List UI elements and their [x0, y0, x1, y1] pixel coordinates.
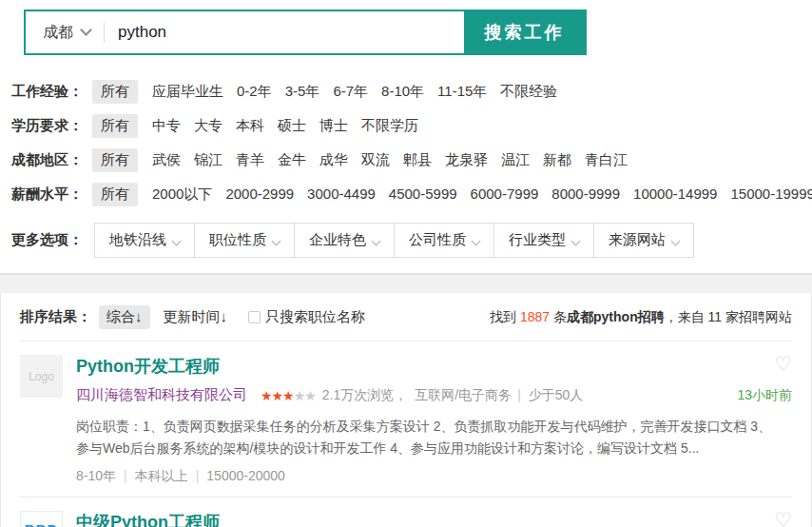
company-link[interactable]: 四川海德智和科技有限公司	[76, 386, 247, 404]
title-only-filter: 只搜索职位名称	[248, 308, 365, 326]
filter-option[interactable]: 大专	[194, 117, 222, 133]
filter-label: 成都地区：	[11, 151, 83, 169]
filter-option[interactable]: 博士	[319, 117, 348, 133]
chevron-down-icon	[80, 24, 92, 36]
filter-option[interactable]: 4500-5999	[389, 185, 457, 202]
filter-dropdown[interactable]: 企业特色	[295, 224, 395, 257]
filter-option[interactable]: 0-2年	[237, 83, 272, 99]
filter-label: 薪酬水平：	[11, 185, 83, 204]
filter-dropdown[interactable]: 公司性质	[395, 224, 494, 257]
filter-option[interactable]: 成华	[319, 151, 348, 167]
filter-option[interactable]: 6-7年	[333, 83, 368, 99]
filter-row-education: 学历要求： 所有 中专大专本科硕士博士不限学历	[11, 114, 812, 138]
more-options-label: 更多选项：	[11, 231, 83, 249]
chevron-down-icon	[671, 237, 681, 246]
search-section: 成都 搜索工作	[0, 0, 812, 55]
filter-dropdown[interactable]: 行业类型	[494, 224, 594, 257]
chevron-down-icon	[272, 237, 281, 246]
company-logo: Logo	[20, 355, 63, 398]
filter-option[interactable]: 2000以下	[152, 185, 212, 202]
chevron-down-icon	[571, 237, 581, 246]
city-selector-label: 成都	[43, 23, 73, 43]
more-options-row: 更多选项： 地铁沿线 职位性质 企业特色 公司性质 行业类型 来源网站	[0, 217, 812, 258]
favorite-heart-icon[interactable]: ♡	[774, 511, 792, 527]
filter-option[interactable]: 双流	[361, 151, 390, 167]
filter-option[interactable]: 中专	[152, 117, 181, 133]
filter-option[interactable]: 2000-2999	[225, 185, 294, 202]
filter-row-experience: 工作经验： 所有 应届毕业生0-2年3-5年6-7年8-10年11-15年不限经…	[11, 80, 812, 104]
company-logo: BBD	[20, 511, 63, 527]
chevron-down-icon	[372, 237, 381, 246]
job-title-link[interactable]: 中级Python工程师	[76, 511, 220, 527]
filter-label: 工作经验：	[11, 83, 83, 101]
filter-option[interactable]: 不限学历	[361, 117, 418, 133]
result-stats: 找到 1887 条成都python招聘，来自 11 家招聘网站	[490, 309, 792, 326]
section-divider-band	[0, 273, 812, 293]
filter-option[interactable]: 青羊	[236, 151, 264, 167]
filter-dropdown[interactable]: 职位性质	[195, 224, 295, 257]
search-keyword: 成都python招聘	[567, 309, 665, 324]
filter-option[interactable]: 不限经验	[500, 83, 557, 99]
requirement-item: 本科以上	[116, 468, 188, 483]
results-panel: 排序结果： 综合↓ 更新时间↓ 只搜索职位名称 找到 1887 条成都pytho…	[0, 293, 812, 527]
filter-option[interactable]: 应届毕业生	[152, 83, 223, 99]
job-description: 岗位职责：1、负责网页数据采集任务的分析及采集方案设计 2、负责抓取功能开发与代…	[76, 416, 792, 459]
filter-option[interactable]: 本科	[236, 117, 264, 133]
filter-selected-option[interactable]: 所有	[92, 183, 138, 206]
filter-selected-option[interactable]: 所有	[92, 80, 138, 104]
title-only-checkbox[interactable]	[248, 311, 261, 323]
sort-label: 排序结果：	[20, 308, 91, 326]
chevron-down-icon	[472, 237, 481, 246]
filter-option[interactable]: 锦江	[194, 151, 222, 167]
requirement-item: 8-10年	[76, 468, 116, 483]
filter-option[interactable]: 硕士	[278, 117, 306, 133]
filter-option[interactable]: 武侯	[152, 151, 181, 167]
filter-row-district: 成都地区： 所有 武侯锦江青羊金牛成华双流郫县龙泉驿温江新都青白江	[11, 148, 812, 172]
filter-option[interactable]: 6000-7999	[471, 185, 539, 202]
filter-option[interactable]: 温江	[501, 151, 530, 167]
posted-time: 13小时前	[737, 387, 792, 404]
filters-panel: 工作经验： 所有 应届毕业生0-2年3-5年6-7年8-10年11-15年不限经…	[0, 55, 812, 206]
sort-update-time-button[interactable]: 更新时间↓	[164, 308, 228, 326]
filter-option[interactable]: 青白江	[585, 151, 628, 167]
filter-option[interactable]: 龙泉驿	[445, 151, 488, 167]
filter-option[interactable]: 8000-9999	[551, 185, 620, 202]
filter-selected-option[interactable]: 所有	[92, 148, 138, 172]
view-count: 2.1万次浏览，	[322, 387, 407, 404]
job-title-link[interactable]: Python开发工程师	[76, 355, 220, 378]
title-only-label: 只搜索职位名称	[265, 308, 365, 326]
filter-selected-option[interactable]: 所有	[92, 114, 138, 138]
filter-option[interactable]: 金牛	[278, 151, 306, 167]
filter-option[interactable]: 8-10年	[381, 83, 424, 99]
filter-option[interactable]: 3000-4499	[307, 185, 376, 202]
sort-comprehensive-button[interactable]: 综合↓	[99, 305, 150, 329]
filter-option[interactable]: 11-15年	[437, 83, 487, 99]
filter-row-salary: 薪酬水平： 所有 2000以下2000-29993000-44994500-59…	[11, 183, 812, 206]
favorite-heart-icon[interactable]: ♡	[774, 355, 792, 374]
filter-dropdown[interactable]: 地铁沿线	[95, 224, 195, 257]
sort-row: 排序结果： 综合↓ 更新时间↓ 只搜索职位名称 找到 1887 条成都pytho…	[1, 293, 811, 341]
rating-stars: ★★★★★	[261, 388, 316, 403]
requirement-item: 15000-20000	[188, 468, 285, 483]
filter-dropdown[interactable]: 来源网站	[594, 224, 693, 257]
filter-option[interactable]: 3-5年	[285, 83, 320, 99]
filter-label: 学历要求：	[11, 117, 83, 135]
job-listing[interactable]: BBD 中级Python工程师 ♡ 成都数联铭品科技有限公司 ★★★★★ 1.8…	[1, 498, 811, 527]
search-button[interactable]: 搜索工作	[464, 11, 585, 53]
filter-option[interactable]: 郫县	[403, 151, 432, 167]
job-requirements: 8-10年本科以上15000-20000	[76, 468, 792, 485]
company-size: 少于50人	[512, 387, 583, 404]
filter-option[interactable]: 10000-14999	[633, 185, 717, 202]
filter-option[interactable]: 新都	[543, 151, 571, 167]
result-count: 1887	[520, 309, 550, 324]
filter-option[interactable]: 15000-19999	[730, 185, 812, 202]
industry-label: 互联网/电子商务	[415, 387, 512, 404]
city-selector[interactable]: 成都	[26, 11, 104, 53]
job-listing[interactable]: Logo Python开发工程师 ♡ 四川海德智和科技有限公司 ★★★★★ 2.…	[1, 342, 811, 497]
search-input[interactable]	[105, 11, 464, 53]
chevron-down-icon	[172, 237, 182, 246]
search-bar: 成都 搜索工作	[24, 10, 587, 55]
